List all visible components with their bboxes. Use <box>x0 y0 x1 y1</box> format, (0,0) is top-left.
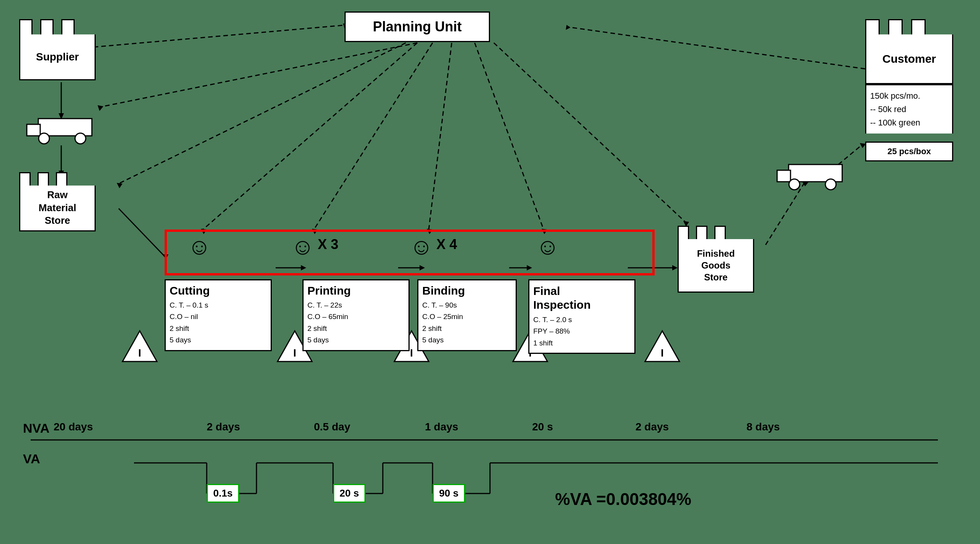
planning-unit-label: Planning Unit <box>373 19 462 35</box>
printing-details: C. T. – 22sC.O – 65min2 shift5 days <box>307 300 405 346</box>
nva-label: NVA <box>23 421 49 436</box>
svg-line-0 <box>100 43 417 107</box>
smiley-binding-x4: X 4 <box>436 236 457 252</box>
svg-line-2 <box>119 43 406 184</box>
customer-info-line2: -- 50k red <box>870 103 948 116</box>
svg-point-53 <box>75 133 86 144</box>
final-inspection-details: C. T. – 2.0 sFPY – 88%1 shift <box>533 314 630 349</box>
smiley-printing: ☺ <box>291 233 314 260</box>
svg-text:I: I <box>410 347 413 359</box>
customer-truck <box>773 161 850 191</box>
nva-05day: 0.5 day <box>314 421 350 433</box>
binding-details: C. T. – 90sC.O – 25min2 shift5 days <box>422 300 512 346</box>
svg-line-14 <box>567 27 865 69</box>
customer-info-box: 150k pcs/mo. -- 50k red -- 100k green <box>865 84 953 134</box>
svg-line-10 <box>475 43 544 230</box>
supplier-factory: Supplier <box>19 19 96 80</box>
svg-text:I: I <box>293 347 296 359</box>
finished-goods-label: FinishedGoodsStore <box>697 248 735 283</box>
svg-marker-15 <box>566 25 570 30</box>
svg-line-8 <box>429 43 452 230</box>
nva-2days-2: 2 days <box>635 421 669 433</box>
svg-rect-51 <box>27 124 40 136</box>
nva-2days-1: 2 days <box>207 421 240 433</box>
inventory-before-cutting: I <box>121 329 159 365</box>
va-time-binding: 90 s <box>433 484 465 503</box>
supplier-label: Supplier <box>36 51 79 63</box>
cutting-box: Cutting C. T. – 0.1 sC.O – nil2 shift5 d… <box>165 279 272 351</box>
printing-title: Printing <box>307 284 405 297</box>
svg-point-57 <box>825 179 836 190</box>
va-label: VA <box>23 451 40 466</box>
raw-material-label: RawMaterialStore <box>39 189 76 227</box>
smiley-final: ☺ <box>536 233 559 260</box>
svg-line-16 <box>63 25 344 50</box>
nva-1days: 1 days <box>425 421 458 433</box>
va-time-cutting: 0.1s <box>207 484 239 503</box>
cutting-title: Cutting <box>170 284 267 297</box>
finished-goods-store: FinishedGoodsStore <box>678 226 754 293</box>
svg-marker-31 <box>672 265 678 270</box>
customer-info-line3: -- 100k green <box>870 116 948 129</box>
nva-8days: 8 days <box>746 421 780 433</box>
cutting-details: C. T. – 0.1 sC.O – nil2 shift5 days <box>170 300 267 346</box>
final-inspection-box: FinalInspection C. T. – 2.0 sFPY – 88%1 … <box>528 279 635 354</box>
svg-marker-1 <box>98 105 103 111</box>
svg-line-32 <box>766 184 804 245</box>
customer-label: Customer <box>882 52 936 65</box>
svg-marker-3 <box>117 183 122 188</box>
svg-rect-55 <box>777 170 791 182</box>
planning-unit-box: Planning Unit <box>345 11 490 42</box>
svg-line-6 <box>314 43 433 230</box>
smiley-binding: ☺ <box>410 233 433 260</box>
binding-box: Binding C. T. – 90sC.O – 25min2 shift5 d… <box>417 279 517 351</box>
va-time-printing: 20 s <box>333 484 366 503</box>
raw-material-store-factory: RawMaterialStore <box>19 172 96 231</box>
svg-point-56 <box>789 179 800 190</box>
percent-va: %VA =0.003804% <box>555 490 691 509</box>
smiley-printing-x3: X 3 <box>318 236 338 252</box>
nva-20s: 20 s <box>532 421 553 433</box>
svg-point-52 <box>39 133 49 144</box>
svg-line-4 <box>203 43 417 230</box>
printing-box: Printing C. T. – 22sC.O – 65min2 shift5 … <box>302 279 410 351</box>
svg-text:I: I <box>661 347 664 359</box>
svg-line-22 <box>119 208 165 256</box>
diagram: Planning Unit Supplier <box>0 0 980 544</box>
binding-title: Binding <box>422 284 512 297</box>
inventory-after-final: I <box>643 329 681 365</box>
final-inspection-title: FinalInspection <box>533 284 630 312</box>
svg-line-12 <box>494 43 685 222</box>
nva-20days: 20 days <box>54 421 93 433</box>
customer-factory: Customer <box>865 19 953 84</box>
smiley-cutting: ☺ <box>188 233 211 260</box>
customer-pcs-box: 25 pcs/box <box>865 142 953 161</box>
svg-text:I: I <box>138 347 141 359</box>
supplier-truck <box>23 115 100 142</box>
customer-info-line1: 150k pcs/mo. <box>870 89 948 103</box>
